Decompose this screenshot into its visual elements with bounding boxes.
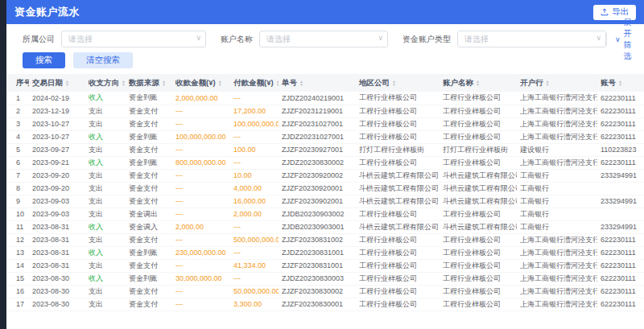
cell-bank: 工商银行 — [517, 208, 597, 220]
cell-receive-amount: --- — [172, 259, 230, 272]
cell-receive-amount: 30,000,000.00 — [172, 272, 230, 285]
cell-source: 资金支付 — [126, 233, 172, 246]
cell-account-name: 工程行业样板公司 — [440, 92, 517, 105]
cell-source: 资金支付 — [126, 182, 172, 195]
cell-order-no: ZJZF20230927001 — [279, 143, 356, 156]
account-name-select[interactable]: 请选择 ∨ — [259, 31, 388, 47]
cell-account-name: 工程行业样板公司 — [440, 208, 517, 220]
filter-label-account-type: 资金账户类型 — [402, 34, 451, 45]
cell-account-name: 斗栱云建筑工程有限公司 — [440, 182, 517, 195]
column-label: 序号 — [16, 78, 29, 88]
cell-pay-amount: 3,300.00 — [230, 298, 279, 310]
select-placeholder: 请选择 — [266, 34, 291, 45]
cell-date: 2023-09-20 — [29, 182, 85, 195]
cell-pay-amount: 10.00 — [230, 169, 279, 182]
column-header-bank[interactable]: 开户行▲▼ — [517, 74, 597, 92]
column-header-region-company[interactable]: 地区公司▲▼ — [356, 74, 440, 92]
column-label: 数据来源 — [129, 78, 159, 88]
cell-seq: 7 — [6, 169, 29, 182]
cell-date: 2023-08-30 — [29, 285, 85, 298]
cell-seq: 1 — [6, 92, 29, 105]
cell-seq: 5 — [6, 143, 29, 156]
cell-account-no: 233294991 — [597, 195, 644, 208]
cell-pay-amount: --- — [230, 246, 279, 259]
cell-bank: 上海工商银行漕河泾支行 — [517, 130, 597, 143]
sort-icon[interactable]: ▲▼ — [65, 80, 69, 86]
export-icon — [601, 8, 609, 16]
cell-account-no — [597, 182, 644, 195]
column-header-receive-amount[interactable]: 收款金额(¥)▲▼ — [172, 74, 230, 92]
cell-account-name: 打灯工程行业样板街 — [440, 143, 517, 156]
sort-icon[interactable]: ▲▼ — [276, 80, 279, 86]
cell-account-name: 斗栱云建筑工程有限公司 — [440, 220, 517, 233]
cell-account-no: 622230111 — [597, 246, 644, 259]
sort-icon[interactable]: ▲▼ — [392, 80, 396, 86]
filter-group-account-name: 账户名称 请选择 ∨ — [221, 31, 388, 47]
cell-direction: 收入 — [85, 156, 126, 169]
sort-icon[interactable]: ▲▼ — [618, 80, 622, 86]
cell-order-no: ZJDZ20230831001 — [279, 246, 356, 259]
cell-seq: 9 — [6, 195, 29, 208]
cell-seq: 6 — [6, 156, 29, 169]
cell-date: 2024-02-19 — [29, 92, 85, 105]
cell-source: 资金支付 — [126, 143, 172, 156]
cell-date: 2023-08-31 — [29, 220, 85, 233]
sort-icon[interactable]: ▲▼ — [299, 80, 303, 86]
cell-bank: 上海工商银行漕河泾支行 — [517, 156, 597, 169]
table-row: 122023-08-31支出资金支付---500,000,000.00ZJZF2… — [6, 233, 644, 246]
cell-account-name: 工程行业样板公司 — [440, 298, 517, 310]
cell-pay-amount: --- — [230, 156, 279, 169]
cell-receive-amount: --- — [172, 208, 230, 220]
sort-icon[interactable]: ▲▼ — [162, 80, 166, 86]
filter-label-account-name: 账户名称 — [221, 34, 253, 45]
sort-icon[interactable]: ▲▼ — [546, 80, 550, 86]
cell-date: 2023-08-30 — [29, 298, 85, 310]
cell-direction: 收入 — [85, 220, 126, 233]
column-header-date[interactable]: 交易日期▲▼ — [29, 74, 85, 92]
search-button[interactable]: 搜索 — [23, 52, 65, 68]
cell-account-name: 工程行业样板公司 — [440, 272, 517, 285]
sort-icon[interactable]: ▲▼ — [476, 80, 480, 86]
table-row: 102023-09-03支出资金调出---2,000.00ZJDB2023090… — [6, 208, 644, 220]
select-placeholder: 请选择 — [464, 34, 489, 45]
cell-bank: 工商银行 — [517, 182, 597, 195]
cell-date: 2023-09-21 — [29, 156, 85, 169]
sidebar-collapsed-strip[interactable] — [0, 0, 6, 329]
cell-direction: 收入 — [85, 246, 126, 259]
column-header-source[interactable]: 数据来源▲▼ — [126, 74, 172, 92]
cell-region-company: 工程行业样板公司 — [356, 298, 440, 310]
cell-region-company: 工程行业样板公司 — [356, 285, 440, 298]
filter-label-company: 所属公司 — [23, 34, 55, 45]
cell-region-company: 斗栱云建筑工程有限公司 — [356, 220, 440, 233]
sort-icon[interactable]: ▲▼ — [218, 80, 222, 86]
column-header-direction[interactable]: 收支方向▲▼ — [85, 74, 126, 92]
cell-bank: 上海工商银行漕河泾支行 — [517, 117, 597, 130]
column-header-account-name[interactable]: 账户名称▲▼ — [440, 74, 517, 92]
cell-pay-amount: 16,000.00 — [230, 195, 279, 208]
sort-icon[interactable]: ▲▼ — [122, 80, 126, 86]
cell-direction: 支出 — [85, 208, 126, 220]
chevron-down-icon: ∨ — [196, 34, 201, 42]
column-header-account-no[interactable]: 账号▲▼ — [597, 74, 644, 92]
cell-account-no: 622230111 — [597, 272, 644, 285]
column-header-pay-amount[interactable]: 付款金额(¥)▲▼ — [230, 74, 279, 92]
expand-filters-link[interactable]: ∨ 展开筛选 — [606, 33, 636, 46]
cell-direction: 支出 — [85, 182, 126, 195]
column-header-order-no[interactable]: 单号▲▼ — [279, 74, 356, 92]
cell-region-company: 工程行业样板公司 — [356, 130, 440, 143]
page-header: 资金账户流水 导出 — [6, 0, 644, 24]
cell-date: 2023-10-27 — [29, 130, 85, 143]
cell-region-company: 工程行业样板公司 — [356, 233, 440, 246]
cell-pay-amount: --- — [230, 130, 279, 143]
company-select[interactable]: 请选择 ∨ — [61, 31, 206, 47]
cell-receive-amount: 800,000,000.00 — [172, 156, 230, 169]
account-type-select[interactable]: 请选择 ∨ — [457, 31, 606, 47]
cell-pay-amount: 4,000.00 — [230, 182, 279, 195]
cell-date: 2023-12-19 — [29, 105, 85, 117]
app-window: 资金账户流水 导出 所属公司 请选择 ∨ 账户名称 请选择 ∨ — [0, 0, 644, 329]
clear-search-button[interactable]: 清空搜索 — [73, 52, 133, 68]
cell-pay-amount: 50,000,000.00 — [230, 285, 279, 298]
cell-source: 资金支付 — [126, 298, 172, 310]
cell-account-no: 622230111 — [597, 92, 644, 105]
cell-account-name: 工程行业样板公司 — [440, 285, 517, 298]
